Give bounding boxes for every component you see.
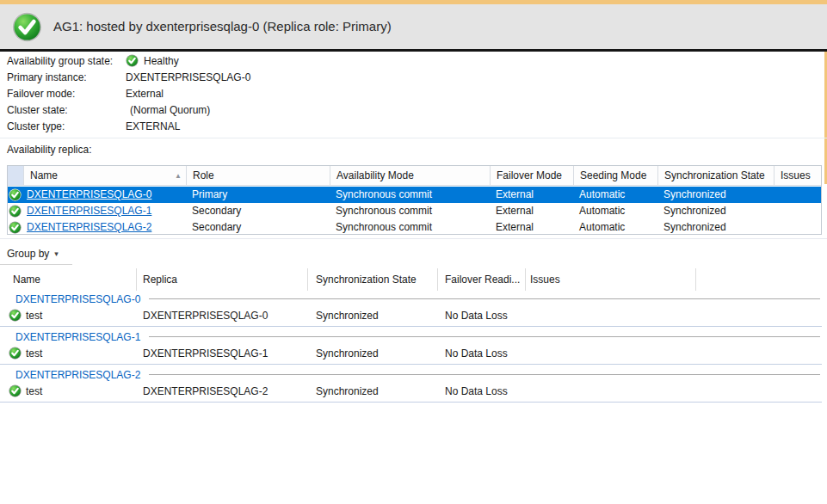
db-row[interactable]: test DXENTERPRISESQLAG-2 Synchronized No…	[0, 381, 822, 402]
row-divider	[0, 326, 822, 327]
db-row[interactable]: test DXENTERPRISESQLAG-0 Synchronized No…	[0, 305, 822, 326]
column-divider	[525, 268, 526, 291]
healthy-check-icon	[9, 205, 22, 218]
summary-label: Cluster state:	[7, 102, 126, 119]
db-replica-cell: DXENTERPRISESQLAG-2	[143, 381, 268, 402]
name-cell: DXENTERPRISESQLAG-0	[23, 187, 186, 203]
column-divider	[437, 268, 438, 291]
db-failover-readiness-cell: No Data Loss	[445, 343, 508, 364]
role-cell: Primary	[186, 187, 330, 203]
role-cell: Secondary	[186, 219, 330, 236]
seeding-mode-cell: Automatic	[573, 203, 657, 219]
group-rule	[149, 298, 820, 299]
column-header-availability-mode[interactable]: Availability Mode	[330, 166, 490, 186]
failover-mode-cell: External	[490, 187, 573, 203]
column-header-name[interactable]: Name▲	[23, 166, 186, 186]
column-header-icon[interactable]	[8, 166, 23, 186]
db-failover-readiness-cell: No Data Loss	[445, 305, 508, 326]
dropdown-caret-icon: ▾	[54, 249, 59, 258]
sort-ascending-icon: ▲	[175, 166, 182, 186]
db-row[interactable]: test DXENTERPRISESQLAG-1 Synchronized No…	[0, 343, 822, 364]
failover-mode-cell: External	[490, 219, 573, 236]
summary-value: Healthy	[144, 55, 179, 67]
db-synchronization-state-cell: Synchronized	[316, 305, 379, 326]
synchronization-state-cell: Synchronized	[657, 219, 774, 236]
replica-row-1[interactable]: DXENTERPRISESQLAG-1 Secondary Synchronou…	[8, 203, 821, 219]
summary-row-failover-mode: Failover mode:External	[7, 86, 250, 102]
replica-name-link[interactable]: DXENTERPRISESQLAG-0	[27, 188, 151, 200]
healthy-check-icon	[9, 221, 22, 234]
group-by-button[interactable]: Group by▾	[7, 245, 59, 262]
db-name-cell: test	[26, 343, 42, 364]
db-name-cell: test	[26, 305, 42, 326]
column-header-failover-mode[interactable]: Failover Mode	[490, 166, 573, 186]
group-rule	[149, 374, 820, 375]
column-divider	[136, 268, 137, 291]
summary-label: Cluster type:	[7, 119, 126, 135]
db-group-header-1: DXENTERPRISESQLAG-1	[15, 330, 820, 343]
db-column-header-failover-readiness[interactable]: Failover Readi...	[445, 268, 520, 291]
group-replica-name: DXENTERPRISESQLAG-1	[15, 331, 140, 343]
db-replica-cell: DXENTERPRISESQLAG-0	[143, 305, 268, 326]
issues-cell	[774, 203, 821, 219]
db-column-header-synchronization-state[interactable]: Synchronization State	[316, 268, 417, 291]
db-column-header-replica[interactable]: Replica	[143, 268, 177, 291]
summary-value: (Normal Quorum)	[126, 104, 210, 116]
summary-value: EXTERNAL	[126, 120, 180, 132]
column-header-seeding-mode[interactable]: Seeding Mode	[573, 166, 657, 186]
row-status-cell	[8, 203, 23, 219]
row-divider	[0, 402, 822, 403]
replica-row-2[interactable]: DXENTERPRISESQLAG-2 Secondary Synchronou…	[8, 219, 821, 236]
summary-label: Primary instance:	[7, 70, 126, 86]
db-synchronization-state-cell: Synchronized	[316, 381, 379, 402]
db-synchronization-state-cell: Synchronized	[316, 343, 379, 364]
availability-replica-label: Availability replica:	[7, 144, 92, 156]
issues-cell	[774, 187, 821, 203]
replica-name-link[interactable]: DXENTERPRISESQLAG-2	[27, 221, 151, 233]
column-divider	[695, 268, 696, 291]
db-name-cell: test	[26, 381, 42, 402]
healthy-check-icon	[9, 188, 22, 201]
role-cell: Secondary	[186, 203, 330, 219]
availability-mode-cell: Synchronous commit	[330, 203, 490, 219]
failover-mode-cell: External	[490, 203, 573, 219]
summary-row-cluster-type: Cluster type:EXTERNAL	[7, 119, 250, 135]
summary-label: Availability group state:	[7, 53, 126, 70]
healthy-check-icon	[126, 54, 139, 67]
name-cell: DXENTERPRISESQLAG-2	[23, 219, 186, 236]
toolbar-underline	[0, 264, 72, 265]
column-header-role[interactable]: Role	[186, 166, 330, 186]
row-divider	[0, 364, 822, 365]
db-column-header-name[interactable]: Name	[13, 268, 40, 291]
replica-row-0[interactable]: DXENTERPRISESQLAG-0 Primary Synchronous …	[8, 187, 821, 203]
summary-row-state: Availability group state:Healthy	[7, 53, 250, 70]
healthy-check-icon	[9, 384, 22, 397]
summary-row-cluster-state: Cluster state:(Normal Quorum)	[7, 102, 250, 119]
replica-name-link[interactable]: DXENTERPRISESQLAG-1	[27, 205, 151, 217]
seeding-mode-cell: Automatic	[573, 219, 657, 236]
availability-mode-cell: Synchronous commit	[330, 187, 490, 203]
section-divider	[0, 138, 827, 138]
column-header-synchronization-state[interactable]: Synchronization State	[657, 166, 774, 186]
summary-label: Failover mode:	[7, 86, 126, 102]
healthy-check-icon	[9, 347, 22, 360]
summary-value: DXENTERPRISESQLAG-0	[126, 71, 250, 83]
healthy-status-icon	[11, 11, 43, 43]
healthy-check-icon	[9, 309, 22, 322]
synchronization-state-cell: Synchronized	[657, 187, 774, 203]
availability-replica-table: Name▲ Role Availability Mode Failover Mo…	[7, 165, 822, 235]
column-header-issues[interactable]: Issues	[774, 166, 821, 186]
group-replica-name: DXENTERPRISESQLAG-0	[15, 293, 140, 305]
row-status-cell	[8, 187, 23, 203]
page-title: AG1: hosted by dxenterprisesqlag-0 (Repl…	[53, 4, 392, 49]
db-column-header-issues[interactable]: Issues	[530, 268, 560, 291]
summary-panel: Availability group state:Healthy Primary…	[7, 53, 250, 135]
issues-cell	[774, 219, 821, 236]
column-divider	[307, 268, 308, 291]
db-failover-readiness-cell: No Data Loss	[445, 381, 508, 402]
group-rule	[149, 336, 820, 337]
seeding-mode-cell: Automatic	[573, 187, 657, 203]
synchronization-state-cell: Synchronized	[657, 203, 774, 219]
db-group-header-2: DXENTERPRISESQLAG-2	[15, 368, 820, 381]
group-replica-name: DXENTERPRISESQLAG-2	[15, 369, 140, 381]
